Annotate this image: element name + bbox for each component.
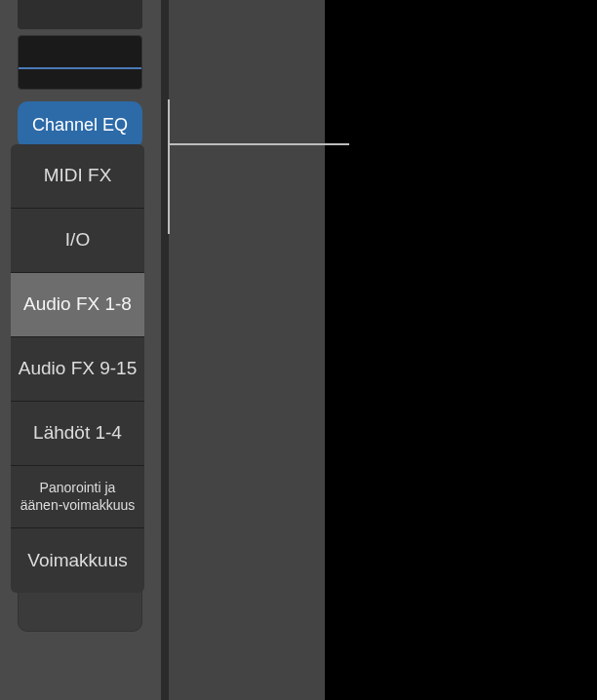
menu-column-bg [169, 0, 325, 700]
context-menu: MIDI FX I/O Audio FX 1-8 Audio FX 9-15 L… [11, 144, 144, 593]
menu-item-io[interactable]: I/O [11, 209, 144, 273]
eq-thumbnail[interactable] [18, 35, 142, 90]
menu-item-midi-fx[interactable]: MIDI FX [11, 144, 144, 209]
menu-item-sends-1-4[interactable]: Lähdöt 1-4 [11, 402, 144, 466]
menu-item-pan-volume[interactable]: Panorointi ja äänen-voimakkuus [11, 466, 144, 528]
eq-curve [19, 67, 141, 69]
menu-item-volume[interactable]: Voimakkuus [11, 528, 144, 593]
menu-item-audio-fx-9-15[interactable]: Audio FX 9-15 [11, 337, 144, 402]
plugin-slot-channel-eq[interactable]: Channel EQ [18, 101, 142, 148]
slot-header [18, 0, 142, 29]
menu-item-audio-fx-1-8[interactable]: Audio FX 1-8 [11, 273, 144, 337]
vertical-divider [161, 0, 169, 700]
